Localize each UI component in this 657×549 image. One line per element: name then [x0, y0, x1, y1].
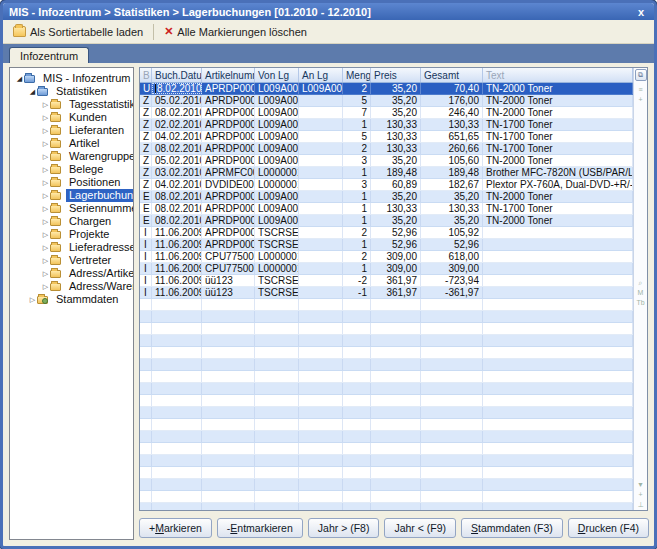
table-row[interactable]: I11.06.2009 /DoCPU77500007L00000012309,0… [140, 251, 633, 263]
table-cell[interactable]: -2 [343, 275, 371, 286]
table-cell[interactable]: 130,33 [371, 119, 421, 130]
table-cell[interactable]: 35,20 [371, 83, 421, 94]
table-cell[interactable]: APRDP00001 [202, 191, 255, 202]
table-cell[interactable]: L009A002 [255, 107, 299, 118]
expand-icon[interactable]: ▷ [41, 189, 50, 202]
table-cell[interactable]: L0000001 [255, 179, 299, 190]
table-cell[interactable]: TN-2000 Toner [483, 215, 633, 226]
table-cell[interactable] [299, 227, 343, 238]
jahr-zurueck-button[interactable]: Jahr < (F9) [384, 518, 456, 538]
table-cell[interactable]: Z [140, 143, 152, 154]
tab-infozentrum[interactable]: Infozentrum [9, 47, 89, 63]
table-cell[interactable]: L009A002 [255, 155, 299, 166]
table-cell[interactable]: L0000001 [255, 167, 299, 178]
table-cell[interactable]: -361,97 [421, 287, 483, 298]
table-row[interactable]: Z04.02.2010 /DoDVDIDE00016L0000001360,89… [140, 179, 633, 191]
table-cell[interactable]: 105,60 [421, 155, 483, 166]
table-cell[interactable]: 52,96 [371, 239, 421, 250]
table-cell[interactable]: 182,67 [421, 179, 483, 190]
table-cell[interactable] [299, 251, 343, 262]
column-header-buch-datum[interactable]: Buch.Datum [152, 68, 202, 82]
table-cell[interactable]: 1 [343, 119, 371, 130]
sidebar-item-tagesstatistik[interactable]: ▷Tagesstatistik [11, 98, 132, 111]
table-cell[interactable]: 5 [343, 131, 371, 142]
table-cell[interactable]: 1 [343, 215, 371, 226]
table-cell[interactable] [299, 263, 343, 274]
table-row[interactable]: Z05.02.2010 /FrAPRDP00001L009A002535,201… [140, 95, 633, 107]
table-cell[interactable]: Brother MFC-7820N (USB/PAR/LAN, Scannen,… [483, 167, 633, 178]
table-cell[interactable]: 35,20 [371, 155, 421, 166]
table-cell[interactable] [299, 215, 343, 226]
expand-icon[interactable]: ▷ [41, 163, 50, 176]
table-cell[interactable]: 1 [343, 191, 371, 202]
table-row[interactable]: I11.06.2009 /DoAPRDP00004TSCRSE02152,965… [140, 239, 633, 251]
table-cell[interactable]: 2 [343, 83, 371, 94]
table-cell[interactable]: TSCRSE03 [255, 287, 299, 298]
expand-icon[interactable]: ▷ [41, 124, 50, 137]
table-cell[interactable]: 260,66 [421, 143, 483, 154]
table-cell[interactable] [483, 263, 633, 274]
sidebar-item-artikel[interactable]: ▷Artikel [11, 137, 132, 150]
table-cell[interactable]: I [140, 263, 152, 274]
table-row[interactable]: Z08.02.2010 /MoAPRDP00001L009A002735,202… [140, 107, 633, 119]
collapse-icon[interactable]: ◢ [15, 72, 24, 85]
expand-icon[interactable]: ▷ [28, 293, 37, 306]
column-header-menge[interactable]: Menge [343, 68, 371, 82]
sidebar-item-lieferadressen[interactable]: ▷Lieferadressen [11, 241, 132, 254]
rail-top-icon-0[interactable]: ≡ [638, 85, 642, 95]
table-cell[interactable]: APRDP00002 [202, 131, 255, 142]
rail-bottom-icon-2[interactable]: ⊥ [637, 500, 643, 510]
table-cell[interactable]: 7 [343, 107, 371, 118]
empty-table-row[interactable] [140, 311, 633, 323]
table-cell[interactable]: 1 [343, 239, 371, 250]
table-cell[interactable]: 08.02.2010 /Mo [152, 143, 202, 154]
table-cell[interactable] [483, 227, 633, 238]
table-cell[interactable]: APRDP00003 [202, 215, 255, 226]
table-cell[interactable]: 11.06.2009 /Do [152, 251, 202, 262]
table-cell[interactable]: TSCRSE03 [255, 275, 299, 286]
table-cell[interactable]: E [140, 215, 152, 226]
table-cell[interactable]: TN-2000 Toner [483, 191, 633, 202]
table-cell[interactable]: 5 [343, 95, 371, 106]
empty-table-row[interactable] [140, 431, 633, 443]
table-row[interactable]: E08.02.2010 /MoAPRDP00003L009A002135,203… [140, 215, 633, 227]
table-cell[interactable]: 130,33 [371, 143, 421, 154]
empty-table-row[interactable] [140, 467, 633, 479]
table-cell[interactable]: TN-1700 Toner [483, 119, 633, 130]
table-cell[interactable]: APRDP00004 [202, 239, 255, 250]
rail-top-icon-1[interactable]: + [638, 95, 642, 105]
collapse-icon[interactable]: ◢ [28, 85, 37, 98]
table-cell[interactable]: 361,97 [371, 287, 421, 298]
expand-icon[interactable]: ▷ [41, 98, 50, 111]
sidebar-item-seriennummern[interactable]: ▷Seriennummern [11, 202, 132, 215]
table-cell[interactable]: Z [140, 167, 152, 178]
table-cell[interactable] [299, 131, 343, 142]
sidebar-item-positionen[interactable]: ▷Positionen [11, 176, 132, 189]
table-cell[interactable]: L009A001 [255, 203, 299, 214]
table-cell[interactable]: 130,33 [421, 119, 483, 130]
table-row[interactable]: Z05.02.2010 /FrAPRDP00003L009A002335,201… [140, 155, 633, 167]
table-cell[interactable]: 11.06.2009 /Do [152, 263, 202, 274]
table-cell[interactable]: 08.02.2010 /Mo [152, 191, 202, 202]
table-cell[interactable]: 309,00 [421, 263, 483, 274]
rail-bottom-icon-1[interactable]: + [638, 490, 642, 500]
table-cell[interactable]: APRDP00004 [202, 227, 255, 238]
empty-table-row[interactable] [140, 503, 633, 510]
sidebar-item-adress-artikel[interactable]: ▷Adress/Artikel [11, 267, 132, 280]
table-cell[interactable]: 105,92 [421, 227, 483, 238]
table-cell[interactable]: 11.06.2009 /Do [152, 227, 202, 238]
expand-icon[interactable]: ▷ [41, 267, 50, 280]
table-cell[interactable]: L009A001 [255, 83, 299, 94]
table-cell[interactable]: 35,20 [371, 215, 421, 226]
table-row[interactable]: E08.02.2010 /MoAPRDP00001L009A002135,203… [140, 191, 633, 203]
table-cell[interactable]: E [140, 203, 152, 214]
table-cell[interactable]: I [140, 251, 152, 262]
sidebar-item-stammdaten[interactable]: ▷Stammdaten [11, 293, 132, 306]
table-cell[interactable]: 60,89 [371, 179, 421, 190]
table-cell[interactable]: 176,00 [421, 95, 483, 106]
table-row[interactable]: E08.02.2010 /MoAPRDP00002L009A0011130,33… [140, 203, 633, 215]
table-cell[interactable]: 1 [343, 263, 371, 274]
table-cell[interactable]: 03.02.2010 /Mi [152, 167, 202, 178]
magnifier-icon[interactable]: ⌕ [639, 278, 643, 288]
table-cell[interactable]: CPU77500007 [202, 263, 255, 274]
